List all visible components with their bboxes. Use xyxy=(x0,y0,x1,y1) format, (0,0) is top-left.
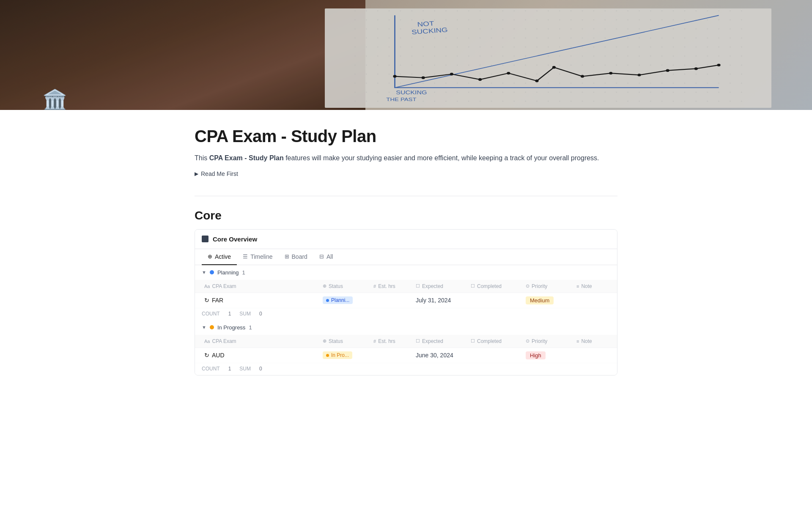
aud-status-label: In Pro... xyxy=(331,352,349,358)
inprogress-sum-label: SUM xyxy=(239,366,251,372)
col-completed-label-1: Completed xyxy=(477,283,502,289)
aud-note-cell[interactable] xyxy=(574,354,610,357)
tab-timeline[interactable]: ☰ Timeline xyxy=(237,249,278,265)
group-planning-toggle[interactable]: ▼ xyxy=(202,270,206,275)
description-post: features will make your studying easier … xyxy=(284,154,599,162)
col-priority-2: ⊙ Priority xyxy=(523,337,574,346)
db-block-icon xyxy=(202,236,208,242)
col-cpa-exam-label-2: CPA Exam xyxy=(212,338,236,344)
col-cpa-exam-label-1: CPA Exam xyxy=(212,283,236,289)
col-expected-label-1: Expected xyxy=(422,283,443,289)
planning-sum-value: 0 xyxy=(259,311,262,317)
col-cal-icon-3: ☐ xyxy=(416,338,420,344)
page-title: CPA Exam - Study Plan xyxy=(195,127,617,146)
aud-expected-value: June 30, 2024 xyxy=(416,352,453,359)
far-completed-cell[interactable] xyxy=(468,299,523,302)
col-aa-icon-2: Aa xyxy=(204,339,210,344)
far-priority-cell[interactable]: Medium xyxy=(523,295,574,306)
far-row-icon: ↻ xyxy=(204,297,209,304)
read-me-toggle[interactable]: ▶ Read Me First xyxy=(195,169,617,179)
inprogress-sum-value: 0 xyxy=(259,366,262,372)
far-status-cell[interactable]: Planni... xyxy=(320,295,371,306)
section-divider xyxy=(195,196,617,196)
planning-row-footer: COUNT 1 SUM 0 xyxy=(195,308,617,320)
col-expected-1: ☐ Expected xyxy=(413,282,468,291)
col-status-1: ⊕ Status xyxy=(320,282,371,291)
far-note-cell[interactable] xyxy=(574,299,610,302)
col-expected-2: ☐ Expected xyxy=(413,337,468,346)
col-completed-1: ☐ Completed xyxy=(468,282,523,291)
far-name-cell[interactable]: ↻ FAR xyxy=(202,295,320,305)
aud-priority-badge: High xyxy=(526,351,546,359)
col-hash-icon-2: # xyxy=(373,339,376,344)
aud-name-cell[interactable]: ↻ AUD xyxy=(202,350,320,360)
aud-status-cell[interactable]: In Pro... xyxy=(320,350,371,361)
col-completed-label-2: Completed xyxy=(477,338,502,344)
group-planning-header[interactable]: ▼ Planning 1 xyxy=(195,265,617,280)
toggle-arrow-icon: ▶ xyxy=(195,171,198,177)
description-bold: CPA Exam - Study Plan xyxy=(209,154,284,162)
hero-banner: NOT SUCKING SUCKING THE PAST 🏛️ xyxy=(0,0,812,110)
col-note-2: ≡ Note xyxy=(574,337,610,346)
tab-board[interactable]: ⊞ Board xyxy=(279,249,313,265)
col-aa-icon-1: Aa xyxy=(204,284,210,289)
board-tab-label: Board xyxy=(292,253,307,260)
col-priority-label-2: Priority xyxy=(532,338,547,344)
far-expected-value: July 31, 2024 xyxy=(416,297,451,304)
timeline-tab-label: Timeline xyxy=(250,253,272,260)
aud-priority-cell[interactable]: High xyxy=(523,350,574,361)
description-pre: This xyxy=(195,154,209,162)
far-status-label: Planni... xyxy=(331,297,349,303)
planning-col-headers: Aa CPA Exam ⊕ Status # Est. hrs ☐ Expect… xyxy=(195,280,617,293)
core-section-title: Core xyxy=(195,209,617,222)
db-tabs: ⊕ Active ☰ Timeline ⊞ Board ⊟ All xyxy=(195,249,617,265)
col-completed-2: ☐ Completed xyxy=(468,337,523,346)
col-note-1: ≡ Note xyxy=(574,282,610,291)
far-status-badge: Planni... xyxy=(323,296,353,304)
group-inprogress-header[interactable]: ▼ In Progress 1 xyxy=(195,320,617,335)
inprogress-count-value: 1 xyxy=(228,366,231,372)
col-esthrs-label-2: Est. hrs xyxy=(378,338,395,344)
col-status-label-1: Status xyxy=(329,283,343,289)
all-tab-label: All xyxy=(326,253,333,260)
all-tab-icon: ⊟ xyxy=(319,253,324,260)
col-cpa-exam-2: Aa CPA Exam xyxy=(202,337,320,346)
col-status-2: ⊕ Status xyxy=(320,337,371,346)
aud-esthrs-cell[interactable] xyxy=(371,354,413,357)
active-tab-icon: ⊕ xyxy=(208,253,212,260)
group-inprogress-label: In Progress xyxy=(217,324,245,331)
db-title: Core Overview xyxy=(213,236,257,243)
far-label: FAR xyxy=(212,297,223,304)
col-note-label-1: Note xyxy=(581,283,592,289)
col-hash-icon-1: # xyxy=(373,284,376,289)
far-esthrs-cell[interactable] xyxy=(371,299,413,302)
planning-count-label: COUNT xyxy=(202,311,220,317)
core-overview-database: Core Overview ⊕ Active ☰ Timeline ⊞ Boar… xyxy=(195,229,617,375)
group-planning-label: Planning xyxy=(217,269,239,276)
inprogress-count-label: COUNT xyxy=(202,366,220,372)
aud-completed-cell[interactable] xyxy=(468,354,523,357)
col-cal-icon-4: ☐ xyxy=(471,338,475,344)
active-tab-label: Active xyxy=(215,253,231,260)
tab-all[interactable]: ⊟ All xyxy=(313,249,339,265)
planning-count-value: 1 xyxy=(228,311,231,317)
db-content: ▼ Planning 1 Aa CPA Exam ⊕ Status # Est.… xyxy=(195,265,617,375)
col-expected-label-2: Expected xyxy=(422,338,443,344)
aud-expected-cell[interactable]: June 30, 2024 xyxy=(413,350,468,360)
table-row[interactable]: ↻ FAR Planni... July 31, 2024 xyxy=(195,293,617,308)
col-status-label-2: Status xyxy=(329,338,343,344)
aud-priority-label: High xyxy=(530,352,541,359)
inprogress-status-dot xyxy=(326,354,329,357)
planning-sum-label: SUM xyxy=(239,311,251,317)
far-priority-label: Medium xyxy=(530,297,549,304)
page-description: This CPA Exam - Study Plan features will… xyxy=(195,153,617,164)
col-cal-icon-2: ☐ xyxy=(471,283,475,289)
group-inprogress-toggle[interactable]: ▼ xyxy=(202,325,206,330)
board-tab-icon: ⊞ xyxy=(285,253,289,260)
tab-active[interactable]: ⊕ Active xyxy=(202,249,237,265)
col-note-icon-2: ≡ xyxy=(576,339,579,344)
timeline-tab-icon: ☰ xyxy=(243,253,248,260)
far-expected-cell[interactable]: July 31, 2024 xyxy=(413,295,468,305)
table-row[interactable]: ↻ AUD In Pro... June 30, 2024 xyxy=(195,348,617,363)
db-header: Core Overview xyxy=(195,230,617,249)
